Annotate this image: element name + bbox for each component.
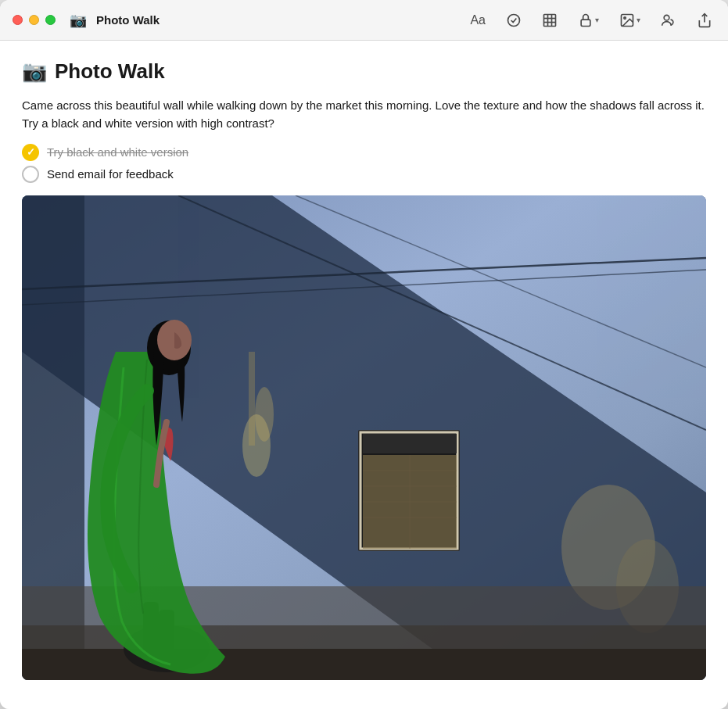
note-title-icon: 📷: [22, 59, 47, 84]
table-button[interactable]: [539, 9, 561, 31]
note-title-row: 📷 Photo Walk: [22, 59, 706, 84]
note-title-text: Photo Walk: [55, 59, 165, 84]
checklist-item-1: Try black and white version: [22, 144, 706, 161]
lock-icon: [578, 13, 594, 28]
traffic-lights: [13, 15, 56, 25]
svg-rect-17: [249, 352, 255, 446]
close-button[interactable]: [13, 15, 23, 25]
lock-button[interactable]: ▾: [575, 9, 602, 31]
photo-scene: [22, 195, 706, 680]
checkbox-empty-2[interactable]: [22, 166, 39, 183]
checklist: Try black and white version Send email f…: [22, 144, 706, 183]
checklist-button[interactable]: [503, 9, 525, 31]
photo-container: [22, 195, 706, 680]
checklist-label-1: Try black and white version: [47, 145, 188, 159]
checklist-item-2: Send email for feedback: [22, 166, 706, 183]
note-body-text: Came across this beautiful wall while wa…: [22, 96, 706, 133]
svg-point-8: [624, 16, 626, 18]
check-circle-icon: [506, 13, 522, 28]
titlebar: 📷 Photo Walk Aa: [0, 0, 728, 41]
svg-point-16: [255, 387, 274, 442]
checkbox-done-1[interactable]: [22, 144, 39, 161]
checklist-label-2: Send email for feedback: [47, 167, 174, 181]
titlebar-actions: Aa: [467, 9, 715, 31]
minimize-button[interactable]: [29, 15, 39, 25]
share-button[interactable]: [694, 9, 715, 31]
note-content: 📷 Photo Walk Came across this beautiful …: [0, 41, 728, 709]
media-dropdown-caret: ▾: [637, 16, 640, 24]
image-icon: [619, 13, 635, 28]
collaboration-button[interactable]: [658, 9, 680, 31]
table-icon: [542, 13, 558, 28]
font-icon: Aa: [470, 13, 486, 27]
maximize-button[interactable]: [45, 15, 56, 25]
svg-rect-27: [363, 434, 457, 453]
media-button[interactable]: ▾: [616, 9, 644, 31]
collab-icon: [661, 13, 676, 28]
svg-point-0: [508, 14, 520, 26]
lock-dropdown-caret: ▾: [595, 16, 599, 24]
font-button[interactable]: Aa: [467, 10, 489, 30]
svg-point-9: [664, 15, 669, 20]
app-window: 📷 Photo Walk Aa: [0, 0, 728, 709]
titlebar-app-icon: 📷: [70, 12, 87, 29]
titlebar-title: Photo Walk: [96, 13, 461, 27]
svg-rect-6: [581, 20, 590, 26]
svg-rect-1: [544, 14, 556, 26]
share-icon: [697, 13, 712, 28]
photo-image: [22, 195, 706, 680]
